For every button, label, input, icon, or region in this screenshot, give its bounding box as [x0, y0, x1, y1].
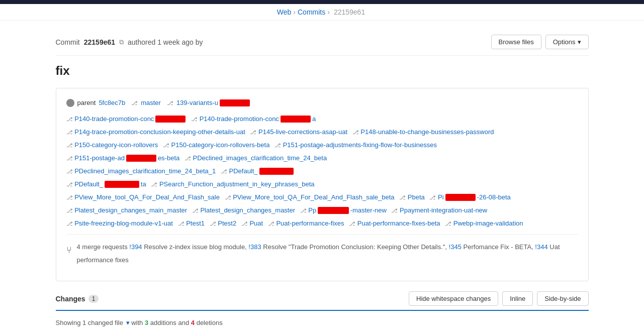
- branches-row-7: ⎇ PDefault_ ta ⎇ PSearch_Function_adjust…: [66, 178, 578, 191]
- branch-151-postage[interactable]: P151-postage-adjustments-fixing-flow-for…: [283, 139, 437, 152]
- branch-150-cat-beta[interactable]: P150-category-icon-rollovers-beta: [171, 139, 270, 152]
- branches-row-9: ⎇ Platest_design_changes_main_master ⎇ P…: [66, 204, 578, 217]
- options-button[interactable]: Options ▾: [545, 35, 589, 49]
- side-by-side-button[interactable]: Side-by-side: [537, 291, 588, 306]
- merge-request-344[interactable]: !344: [535, 243, 547, 251]
- branch-pi-redacted[interactable]: Pi -26-08-beta: [438, 191, 511, 204]
- branch-icon-r8d: ⎇: [429, 194, 436, 200]
- redacted-140-2: [281, 116, 311, 123]
- branches-row-8: ⎇ PView_More_tool_QA_For_Deal_And_Flash_…: [66, 191, 578, 204]
- breadcrumb-commits-link[interactable]: Commits: [298, 8, 325, 16]
- branch-145-live[interactable]: P145-live-corrections-asap-uat: [258, 126, 347, 139]
- branch-icon-r7a: ⎇: [66, 181, 73, 187]
- branch-site-freeze[interactable]: Psite-freezing-blog-module-v1-uat: [74, 217, 173, 230]
- redacted-default-2: [105, 181, 139, 188]
- branch-icon-r10g: ⎇: [445, 220, 451, 227]
- commit-title: fix: [56, 64, 589, 78]
- breadcrumb-sep-1: ›: [293, 8, 296, 16]
- branch-beta[interactable]: Pbeta: [408, 191, 425, 204]
- branch-icon-r9d: ⎇: [391, 207, 398, 213]
- branch-declined-1[interactable]: PDeclined_images_clarification_time_24_b…: [193, 152, 327, 165]
- branch-icon-r8b: ⎇: [225, 194, 231, 200]
- breadcrumb-current: 22159e61: [334, 8, 365, 16]
- redacted-151: [126, 155, 156, 162]
- branch-uat-perf[interactable]: Puat-performance-fixes: [276, 217, 344, 230]
- branch-140-conc2[interactable]: P140-trade-promotion-conc a: [200, 113, 316, 126]
- branch-icon-r5b: ⎇: [185, 155, 191, 161]
- file-dropdown-icon[interactable]: ▾: [126, 319, 130, 326]
- commit-id: 22159e61: [84, 38, 115, 46]
- merge-text-383: Resolve "Trade Promotion Conclusion: Kee…: [263, 243, 448, 251]
- branch-view-more-beta[interactable]: PView_More_tool_QA_For_Deal_And_Flash_sa…: [233, 191, 394, 204]
- parent-hash-link[interactable]: 5fc8ec7b: [99, 96, 125, 109]
- showing-row: Showing 1 changed file ▾ with 3 addition…: [56, 319, 589, 326]
- commit-label: Commit: [56, 38, 80, 46]
- branch-icon-r5a: ⎇: [66, 155, 73, 161]
- branches-box: parent 5fc8ec7b ⎇ master ⎇ 139-variants-…: [56, 88, 589, 281]
- branch-pp-redacted[interactable]: Pp -master-new: [308, 204, 387, 217]
- branch-icon-r6b: ⎇: [221, 168, 227, 174]
- changes-section: Changes 1 Hide whitespace changes Inline…: [56, 291, 589, 326]
- branch-148-unable[interactable]: P148-unable-to-change-businesses-passwor…: [360, 126, 494, 139]
- branches-row-5: ⎇ P151-postage-ad es-beta ⎇ PDeclined_im…: [66, 152, 578, 165]
- branch-icon-r9a: ⎇: [66, 207, 73, 213]
- branch-icon-r3a: ⎇: [66, 129, 73, 135]
- branch-icon-r10e: ⎇: [268, 220, 274, 227]
- hide-whitespace-button[interactable]: Hide whitespace changes: [409, 291, 498, 306]
- merge-icon: ⑂: [66, 241, 72, 259]
- commit-authored-text: authored 1 week ago by: [128, 38, 203, 46]
- branch-view-more[interactable]: PView_More_tool_QA_For_Deal_And_Flash_sa…: [74, 191, 220, 204]
- branches-row-2: ⎇ P140-trade-promotion-conc ⎇ P140-trade…: [66, 113, 578, 126]
- deletions-count: 4: [191, 319, 195, 326]
- branch-master[interactable]: master: [141, 96, 161, 109]
- changes-tab[interactable]: Changes 1: [56, 295, 99, 303]
- branch-151-postage-redacted[interactable]: P151-postage-ad es-beta: [74, 152, 179, 165]
- merge-info: ⑂ 4 merge requests !394 Resolve z-index …: [66, 234, 578, 273]
- merge-count-text: 4 merge requests: [77, 243, 128, 251]
- branch-latest-master[interactable]: Platest_design_changes_master: [200, 204, 295, 217]
- commit-meta: Commit 22159e61 ⧉ authored 1 week ago by: [56, 38, 203, 46]
- changes-tab-label: Changes: [56, 295, 85, 303]
- branch-icon-r10a: ⎇: [66, 220, 73, 227]
- branch-payment[interactable]: Ppayment-integration-uat-new: [400, 204, 487, 217]
- changes-view-controls: Hide whitespace changes Inline Side-by-s…: [409, 291, 589, 306]
- branch-webp[interactable]: Pwebp-image-validation: [453, 217, 523, 230]
- branch-default-redacted1[interactable]: PDefault_: [229, 165, 295, 178]
- showing-text-block: Showing 1 changed file ▾ with 3 addition…: [56, 319, 223, 326]
- merge-request-394[interactable]: !394: [129, 243, 142, 251]
- branch-default-redacted2[interactable]: PDefault_ ta: [74, 178, 146, 191]
- branch-test1[interactable]: Ptest1: [186, 217, 205, 230]
- branch-test2[interactable]: Ptest2: [218, 217, 236, 230]
- merge-info-text: 4 merge requests !394 Resolve z-index is…: [77, 241, 578, 267]
- branch-icon-r10c: ⎇: [210, 220, 216, 227]
- branch-search-func[interactable]: PSearch_Function_adjustment_in_key_phras…: [159, 178, 315, 191]
- changed-file-count: 1: [82, 319, 88, 326]
- branch-icon-r3b: ⎇: [250, 129, 256, 135]
- merge-text-394: Resolve z-index issue blog module,: [144, 243, 248, 251]
- commit-header: Commit 22159e61 ⧉ authored 1 week ago by…: [56, 29, 589, 56]
- branch-icon-r4a: ⎇: [66, 142, 73, 148]
- branch-150-cat[interactable]: P150-category-icon-rollovers: [74, 139, 158, 152]
- branch-139[interactable]: 139-variants-u: [176, 96, 250, 109]
- merge-request-345[interactable]: !345: [449, 243, 462, 251]
- redacted-140-1: [155, 116, 186, 123]
- branch-icon-r1: ⎇: [66, 116, 73, 122]
- branch-declined-2[interactable]: PDeclined_images_clarification_time_24_b…: [74, 165, 216, 178]
- merge-request-383[interactable]: !383: [248, 243, 261, 251]
- showing-label: Showing: [56, 319, 81, 326]
- redacted-139: [220, 99, 250, 106]
- branch-uat[interactable]: Puat: [249, 217, 263, 230]
- branch-uat-perf-beta[interactable]: Puat-performance-fixes-beta: [357, 217, 440, 230]
- browse-files-button[interactable]: Browse files: [491, 35, 541, 49]
- breadcrumb-web-link[interactable]: Web: [277, 8, 292, 16]
- branch-latest-main[interactable]: Platest_design_changes_main_master: [74, 204, 187, 217]
- branches-row-6: ⎇ PDeclined_images_clarification_time_24…: [66, 165, 578, 178]
- inline-button[interactable]: Inline: [502, 291, 533, 306]
- parent-label: parent: [77, 96, 96, 109]
- branch-140-uat[interactable]: P14g-trace-promotion-conclusion-keeping-…: [74, 126, 245, 139]
- branch-icon-r2: ⎇: [191, 116, 198, 122]
- branch-140-conc1[interactable]: P140-trade-promotion-conc: [74, 113, 186, 126]
- and-text: and: [178, 319, 191, 326]
- copy-icon[interactable]: ⧉: [119, 38, 124, 46]
- changes-header: Changes 1 Hide whitespace changes Inline…: [56, 291, 589, 311]
